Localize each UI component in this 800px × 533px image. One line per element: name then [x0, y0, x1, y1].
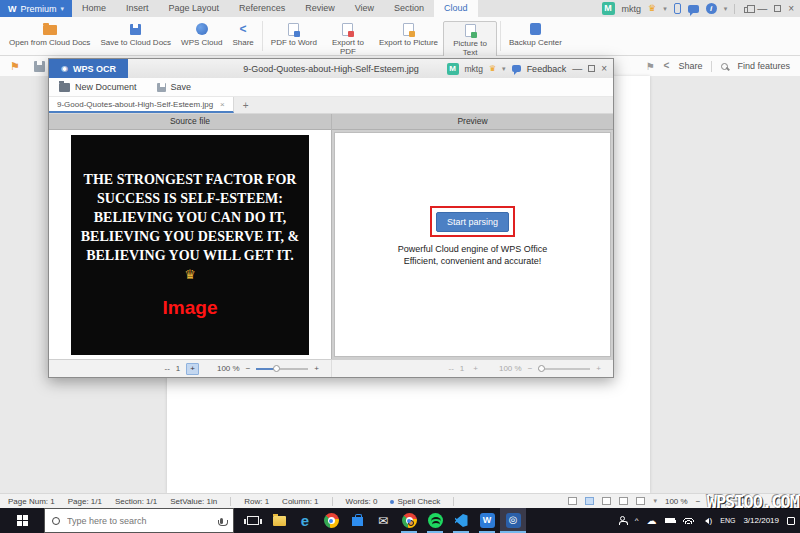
taskbar-spotify-button[interactable] — [422, 508, 448, 533]
ocr-maximize-button[interactable] — [588, 65, 595, 72]
clock-date[interactable]: 3/12/2019 — [743, 516, 779, 525]
backup-center-button[interactable]: Backup Center — [504, 21, 567, 48]
ocr-user-name[interactable]: mktg — [465, 64, 483, 74]
source-zoom-slider-thumb[interactable] — [273, 365, 280, 372]
tab-section[interactable]: Section — [384, 0, 434, 17]
view-mode-4-button[interactable] — [619, 497, 628, 505]
ocr-minimize-button[interactable]: — — [572, 64, 582, 74]
taskbar-edge-button[interactable]: e — [292, 508, 318, 533]
wifi-icon[interactable] — [683, 518, 694, 524]
view-mode-3-button[interactable] — [602, 497, 611, 505]
info-icon[interactable]: i — [706, 3, 717, 14]
status-zoom-out-button[interactable]: − — [696, 497, 701, 506]
new-tab-button[interactable]: + — [234, 97, 258, 113]
source-image[interactable]: THE STRONGEST FACTOR FOR SUCCESS IS SELF… — [71, 135, 309, 355]
ocr-close-button[interactable]: × — [601, 64, 607, 74]
find-features-link[interactable]: Find features — [737, 61, 790, 71]
start-parsing-button[interactable]: Start parsing — [436, 212, 509, 232]
search-input[interactable] — [67, 516, 213, 526]
pdf-to-word-button[interactable]: PDF to Word — [266, 21, 322, 48]
feedback-link[interactable]: Feedback — [527, 64, 567, 74]
taskbar-store-button[interactable] — [344, 508, 370, 533]
view-mode-1-button[interactable] — [568, 497, 577, 505]
interface-switch-icon[interactable] — [744, 7, 750, 13]
premium-button[interactable]: W Premium ▾ — [0, 0, 72, 17]
tab-view[interactable]: View — [345, 0, 384, 17]
taskbar-wps-button[interactable]: W — [474, 508, 500, 533]
account-dropdown-icon[interactable]: ▾ — [663, 5, 667, 13]
microphone-icon[interactable] — [220, 518, 223, 524]
source-zoom-out-button[interactable]: − — [246, 364, 251, 373]
hidden-icons-chevron[interactable]: ^ — [635, 517, 639, 525]
tab-page-layout[interactable]: Page Layout — [159, 0, 230, 17]
message-icon[interactable] — [688, 5, 699, 13]
taskbar-ocr-button[interactable]: ◎ — [500, 508, 526, 533]
page-view-button[interactable] — [636, 497, 645, 505]
ocr-titlebar[interactable]: 9-Good-Quotes-about-High-Self-Esteem.jpg… — [49, 59, 613, 78]
taskbar-search-box[interactable] — [44, 508, 234, 533]
source-zoom-slider[interactable] — [256, 368, 308, 370]
preview-panel-body: Start parsing Powerful Cloud engine of W… — [332, 130, 613, 359]
share-button[interactable]: < Share — [227, 21, 258, 48]
export-to-pdf-button[interactable]: Export to PDF — [322, 21, 374, 57]
tab-cloud[interactable]: Cloud — [434, 0, 478, 17]
taskbar-task-view-button[interactable] — [240, 508, 266, 533]
quick-save-icon[interactable] — [34, 61, 45, 72]
action-center-icon[interactable] — [787, 517, 795, 525]
tab-review[interactable]: Review — [295, 0, 345, 17]
info-dropdown-icon[interactable]: ▾ — [724, 5, 728, 13]
spell-check-toggle[interactable]: Spell Check — [390, 497, 440, 506]
ocr-document-tab[interactable]: 9-Good-Quotes-about-High-Self-Esteem.jpg… — [49, 97, 234, 113]
close-button[interactable]: × — [788, 4, 794, 14]
tab-references[interactable]: References — [229, 0, 295, 17]
source-panel-body[interactable]: THE STRONGEST FACTOR FOR SUCCESS IS SELF… — [49, 130, 331, 359]
preview-zoom-in-button[interactable]: + — [596, 364, 601, 373]
taskbar-chrome-button[interactable] — [318, 508, 344, 533]
preview-zoom-slider-thumb[interactable] — [538, 365, 545, 372]
ocr-user-avatar[interactable]: M — [447, 63, 459, 75]
taskbar-chrome-profile-button[interactable] — [396, 508, 422, 533]
share-link[interactable]: Share — [678, 61, 702, 71]
language-indicator[interactable]: ENG — [720, 517, 735, 524]
start-button[interactable] — [0, 508, 44, 533]
tab-home[interactable]: Home — [72, 0, 116, 17]
preview-page-prev-icon[interactable]: -- — [449, 364, 454, 373]
preview-zoom-out-button[interactable]: − — [528, 364, 533, 373]
backup-center-icon — [530, 23, 541, 35]
minimize-button[interactable]: — — [757, 4, 767, 14]
open-from-cloud-docs-button[interactable]: Open from Cloud Docs — [4, 21, 95, 48]
user-name[interactable]: mktg — [622, 4, 642, 14]
ocr-app-tab[interactable]: ◉ WPS OCR — [49, 59, 128, 78]
flag-icon[interactable]: ⚑ — [10, 61, 20, 72]
picture-to-text-label: Picture to Text — [449, 39, 491, 57]
bookmark-flag-icon[interactable]: ⚑ — [646, 61, 655, 72]
taskbar-vscode-button[interactable] — [448, 508, 474, 533]
save-to-cloud-docs-button[interactable]: Save to Cloud Docs — [95, 21, 176, 48]
people-icon[interactable] — [619, 516, 627, 525]
onedrive-icon[interactable]: ☁ — [647, 516, 657, 526]
view-mode-2-button[interactable] — [585, 497, 594, 505]
tab-close-icon[interactable]: × — [220, 100, 225, 109]
ocr-save-button[interactable]: Save — [157, 82, 192, 92]
mobile-sync-icon[interactable] — [674, 3, 681, 14]
speaker-icon[interactable]: ) — [702, 517, 713, 525]
preview-zoom-slider[interactable] — [538, 368, 590, 370]
share-arrow-icon[interactable]: < — [664, 60, 670, 72]
wps-cloud-button[interactable]: WPS Cloud — [176, 21, 227, 48]
taskbar-mail-button[interactable]: ✉ — [370, 508, 396, 533]
user-avatar[interactable]: M — [602, 2, 615, 15]
page-view-dropdown-icon[interactable]: ▾ — [653, 497, 657, 505]
maximize-button[interactable] — [774, 5, 781, 12]
taskbar-file-explorer-button[interactable] — [266, 508, 292, 533]
preview-page-next-button[interactable]: + — [470, 364, 481, 374]
tab-insert[interactable]: Insert — [116, 0, 159, 17]
ocr-toolbar: New Document Save — [49, 78, 613, 97]
source-page-next-button[interactable]: + — [186, 363, 199, 375]
source-page-prev-icon[interactable]: -- — [165, 364, 170, 373]
ocr-account-dropdown-icon[interactable]: ▾ — [502, 65, 506, 73]
export-to-picture-button[interactable]: Export to Picture — [374, 21, 443, 48]
new-document-button[interactable]: New Document — [59, 82, 137, 92]
picture-to-text-button[interactable]: Picture to Text — [443, 21, 497, 59]
battery-icon[interactable] — [665, 518, 675, 523]
source-zoom-in-button[interactable]: + — [314, 364, 319, 373]
